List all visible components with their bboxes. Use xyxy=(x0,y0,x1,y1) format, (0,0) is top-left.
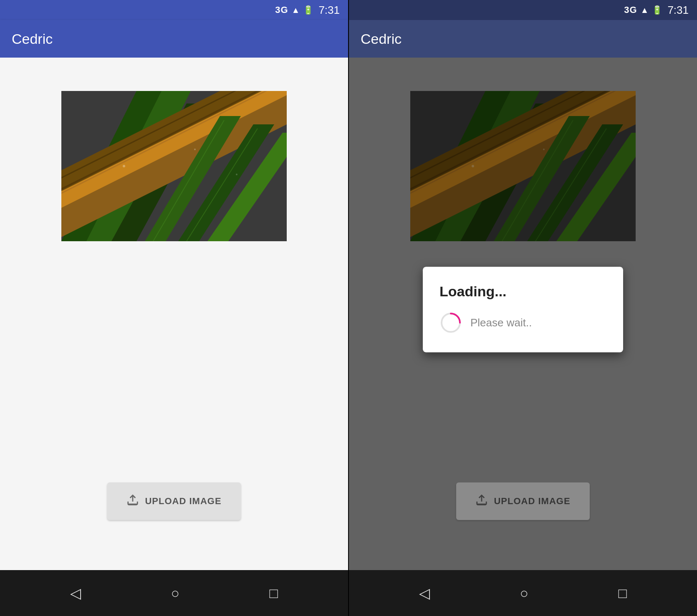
right-phone: 3G ▲ 🔋 7:31 Cedric xyxy=(349,0,697,616)
loading-dialog: Loading... Please wait.. xyxy=(423,267,623,352)
left-signal-text: 3G xyxy=(275,5,288,15)
left-battery-icon: 🔋 xyxy=(303,5,313,15)
left-app-bar: Cedric xyxy=(0,20,348,58)
svg-point-16 xyxy=(194,149,196,150)
right-signal-icon: ▲ xyxy=(641,5,649,15)
left-nav-bar: ◁ ○ □ xyxy=(0,570,348,616)
svg-point-15 xyxy=(123,165,125,167)
left-upload-icon xyxy=(126,494,139,509)
dialog-subtitle: Please wait.. xyxy=(470,316,532,329)
right-nav-recent[interactable]: □ xyxy=(619,585,627,601)
right-nav-back[interactable]: ◁ xyxy=(419,585,430,601)
left-upload-label: UPLOAD IMAGE xyxy=(145,496,221,507)
right-content: Loading... Please wait.. UPLOAD xyxy=(349,58,697,570)
left-upload-button[interactable]: UPLOAD IMAGE xyxy=(107,482,241,520)
left-nav-recent[interactable]: □ xyxy=(270,585,278,601)
left-signal-icon: ▲ xyxy=(292,5,300,15)
right-nav-home[interactable]: ○ xyxy=(520,585,528,601)
left-plant-image xyxy=(61,91,287,241)
right-status-bar: 3G ▲ 🔋 7:31 xyxy=(349,0,697,20)
left-nav-home[interactable]: ○ xyxy=(171,585,179,601)
right-time: 7:31 xyxy=(667,4,689,17)
left-nav-back[interactable]: ◁ xyxy=(70,585,81,601)
svg-point-17 xyxy=(236,174,237,175)
left-time: 7:31 xyxy=(318,4,340,17)
dialog-body: Please wait.. xyxy=(439,311,606,334)
dialog-title: Loading... xyxy=(439,283,606,300)
right-signal-text: 3G xyxy=(624,5,637,15)
left-status-bar: 3G ▲ 🔋 7:31 xyxy=(0,0,348,20)
left-content: UPLOAD IMAGE xyxy=(0,58,348,570)
right-battery-icon: 🔋 xyxy=(652,5,662,15)
right-nav-bar: ◁ ○ □ xyxy=(349,570,697,616)
left-app-title: Cedric xyxy=(12,31,53,47)
loading-spinner xyxy=(439,311,462,334)
left-phone: 3G ▲ 🔋 7:31 Cedric xyxy=(0,0,348,616)
right-app-title: Cedric xyxy=(361,31,402,47)
right-app-bar: Cedric xyxy=(349,20,697,58)
